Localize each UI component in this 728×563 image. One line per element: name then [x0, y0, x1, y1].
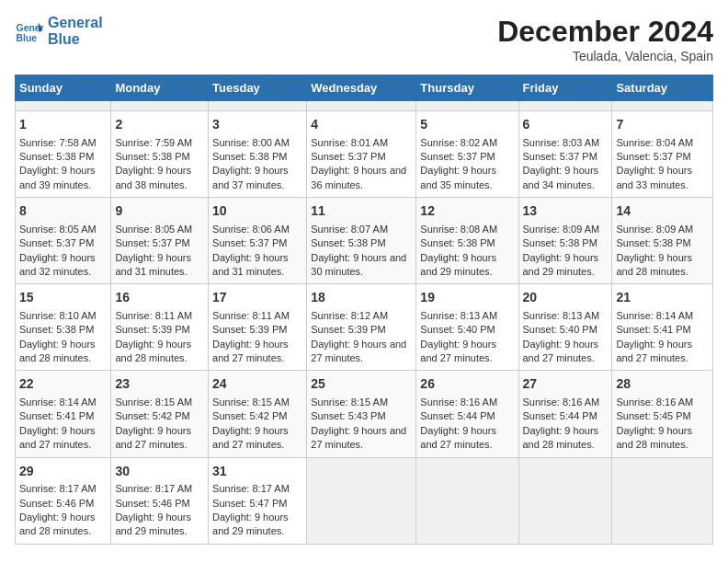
calendar-cell: 10Sunrise: 8:06 AM Sunset: 5:37 PM Dayli… — [209, 198, 307, 284]
column-header-saturday: Saturday — [612, 75, 713, 101]
day-info: Sunrise: 8:05 AM Sunset: 5:37 PM Dayligh… — [115, 223, 204, 280]
day-number: 8 — [19, 202, 107, 221]
day-number: 7 — [616, 116, 709, 134]
week-row-5: 29Sunrise: 8:17 AM Sunset: 5:46 PM Dayli… — [16, 457, 713, 544]
calendar-cell: 24Sunrise: 8:15 AM Sunset: 5:42 PM Dayli… — [209, 371, 307, 457]
calendar-cell — [307, 457, 416, 544]
calendar-cell — [518, 101, 612, 111]
calendar-cell — [518, 457, 612, 544]
day-info: Sunrise: 8:12 AM Sunset: 5:39 PM Dayligh… — [311, 309, 412, 366]
day-info: Sunrise: 8:16 AM Sunset: 5:44 PM Dayligh… — [523, 396, 609, 453]
day-info: Sunrise: 8:11 AM Sunset: 5:39 PM Dayligh… — [212, 309, 302, 366]
day-number: 12 — [420, 202, 514, 221]
day-info: Sunrise: 8:09 AM Sunset: 5:38 PM Dayligh… — [523, 223, 609, 280]
day-info: Sunrise: 8:15 AM Sunset: 5:43 PM Dayligh… — [311, 396, 412, 453]
day-number: 15 — [19, 289, 107, 307]
column-header-sunday: Sunday — [16, 75, 111, 101]
calendar-cell: 8Sunrise: 8:05 AM Sunset: 5:37 PM Daylig… — [16, 198, 111, 284]
calendar-cell: 26Sunrise: 8:16 AM Sunset: 5:44 PM Dayli… — [416, 371, 518, 457]
calendar-cell — [416, 101, 518, 111]
day-number: 30 — [115, 463, 204, 481]
calendar-cell: 17Sunrise: 8:11 AM Sunset: 5:39 PM Dayli… — [209, 284, 307, 371]
calendar-cell — [16, 101, 111, 111]
day-info: Sunrise: 8:10 AM Sunset: 5:38 PM Dayligh… — [19, 309, 107, 366]
day-number: 23 — [115, 375, 204, 394]
calendar-cell: 15Sunrise: 8:10 AM Sunset: 5:38 PM Dayli… — [16, 284, 111, 371]
day-info: Sunrise: 8:13 AM Sunset: 5:40 PM Dayligh… — [523, 309, 609, 366]
calendar-table: SundayMondayTuesdayWednesdayThursdayFrid… — [15, 75, 713, 545]
calendar-cell: 13Sunrise: 8:09 AM Sunset: 5:38 PM Dayli… — [518, 198, 612, 284]
day-info: Sunrise: 8:06 AM Sunset: 5:37 PM Dayligh… — [212, 223, 302, 280]
calendar-cell — [612, 101, 713, 111]
calendar-cell: 3Sunrise: 8:00 AM Sunset: 5:38 PM Daylig… — [209, 111, 307, 198]
day-info: Sunrise: 8:17 AM Sunset: 5:46 PM Dayligh… — [19, 482, 107, 539]
day-info: Sunrise: 8:05 AM Sunset: 5:37 PM Dayligh… — [19, 223, 107, 280]
page-header: General Blue General Blue December 2024 … — [15, 15, 713, 63]
calendar-cell: 31Sunrise: 8:17 AM Sunset: 5:47 PM Dayli… — [209, 457, 307, 544]
day-number: 20 — [523, 289, 609, 307]
day-info: Sunrise: 8:14 AM Sunset: 5:41 PM Dayligh… — [616, 309, 709, 366]
calendar-cell: 19Sunrise: 8:13 AM Sunset: 5:40 PM Dayli… — [416, 284, 518, 371]
calendar-cell: 25Sunrise: 8:15 AM Sunset: 5:43 PM Dayli… — [307, 371, 416, 457]
day-number: 22 — [19, 375, 107, 394]
day-info: Sunrise: 8:00 AM Sunset: 5:38 PM Dayligh… — [212, 136, 302, 193]
day-number: 2 — [115, 116, 204, 134]
column-header-monday: Monday — [111, 75, 209, 101]
calendar-cell: 21Sunrise: 8:14 AM Sunset: 5:41 PM Dayli… — [612, 284, 713, 371]
week-row-1: 1Sunrise: 7:58 AM Sunset: 5:38 PM Daylig… — [16, 111, 713, 198]
day-number: 16 — [115, 289, 204, 307]
logo-line1: General — [48, 15, 103, 31]
day-info: Sunrise: 8:17 AM Sunset: 5:46 PM Dayligh… — [115, 482, 204, 539]
day-number: 9 — [115, 202, 204, 221]
day-info: Sunrise: 8:17 AM Sunset: 5:47 PM Dayligh… — [212, 482, 302, 539]
column-header-wednesday: Wednesday — [307, 75, 416, 101]
day-info: Sunrise: 8:11 AM Sunset: 5:39 PM Dayligh… — [115, 309, 204, 366]
calendar-cell: 16Sunrise: 8:11 AM Sunset: 5:39 PM Dayli… — [111, 284, 209, 371]
day-number: 14 — [616, 202, 709, 221]
calendar-cell: 11Sunrise: 8:07 AM Sunset: 5:38 PM Dayli… — [307, 198, 416, 284]
calendar-cell: 22Sunrise: 8:14 AM Sunset: 5:41 PM Dayli… — [16, 371, 111, 457]
calendar-cell: 20Sunrise: 8:13 AM Sunset: 5:40 PM Dayli… — [518, 284, 612, 371]
day-number: 13 — [523, 202, 609, 221]
calendar-cell: 4Sunrise: 8:01 AM Sunset: 5:37 PM Daylig… — [307, 111, 416, 198]
calendar-cell: 28Sunrise: 8:16 AM Sunset: 5:45 PM Dayli… — [612, 371, 713, 457]
calendar-cell: 30Sunrise: 8:17 AM Sunset: 5:46 PM Dayli… — [111, 457, 209, 544]
day-info: Sunrise: 8:01 AM Sunset: 5:37 PM Dayligh… — [311, 136, 412, 193]
day-info: Sunrise: 8:15 AM Sunset: 5:42 PM Dayligh… — [115, 396, 204, 453]
week-row-3: 15Sunrise: 8:10 AM Sunset: 5:38 PM Dayli… — [16, 284, 713, 371]
day-number: 17 — [212, 289, 302, 307]
day-info: Sunrise: 8:16 AM Sunset: 5:45 PM Dayligh… — [616, 396, 709, 453]
logo-icon: General Blue — [15, 17, 44, 46]
day-number: 24 — [212, 375, 302, 394]
logo-line2: Blue — [48, 31, 103, 48]
day-number: 21 — [616, 289, 709, 307]
day-number: 5 — [420, 116, 514, 134]
calendar-cell: 1Sunrise: 7:58 AM Sunset: 5:38 PM Daylig… — [16, 111, 111, 198]
day-number: 3 — [212, 116, 302, 134]
day-number: 10 — [212, 202, 302, 221]
column-header-thursday: Thursday — [416, 75, 518, 101]
day-number: 25 — [311, 375, 412, 394]
calendar-cell: 23Sunrise: 8:15 AM Sunset: 5:42 PM Dayli… — [111, 371, 209, 457]
day-number: 27 — [523, 375, 609, 394]
day-number: 31 — [212, 463, 302, 481]
calendar-cell: 29Sunrise: 8:17 AM Sunset: 5:46 PM Dayli… — [16, 457, 111, 544]
column-header-friday: Friday — [518, 75, 612, 101]
day-info: Sunrise: 8:07 AM Sunset: 5:38 PM Dayligh… — [311, 223, 412, 280]
day-info: Sunrise: 7:58 AM Sunset: 5:38 PM Dayligh… — [19, 136, 107, 193]
week-row-2: 8Sunrise: 8:05 AM Sunset: 5:37 PM Daylig… — [16, 198, 713, 284]
day-info: Sunrise: 8:16 AM Sunset: 5:44 PM Dayligh… — [420, 396, 514, 453]
page-subtitle: Teulada, Valencia, Spain — [497, 49, 713, 63]
day-number: 6 — [523, 116, 609, 134]
day-info: Sunrise: 8:04 AM Sunset: 5:37 PM Dayligh… — [616, 136, 709, 193]
day-number: 1 — [19, 116, 107, 134]
calendar-cell: 14Sunrise: 8:09 AM Sunset: 5:38 PM Dayli… — [612, 198, 713, 284]
title-block: December 2024 Teulada, Valencia, Spain — [497, 15, 713, 63]
day-info: Sunrise: 8:03 AM Sunset: 5:37 PM Dayligh… — [523, 136, 609, 193]
logo: General Blue General Blue — [15, 15, 103, 47]
calendar-cell: 27Sunrise: 8:16 AM Sunset: 5:44 PM Dayli… — [518, 371, 612, 457]
calendar-cell: 7Sunrise: 8:04 AM Sunset: 5:37 PM Daylig… — [612, 111, 713, 198]
week-row-4: 22Sunrise: 8:14 AM Sunset: 5:41 PM Dayli… — [16, 371, 713, 457]
calendar-cell: 12Sunrise: 8:08 AM Sunset: 5:38 PM Dayli… — [416, 198, 518, 284]
calendar-cell: 6Sunrise: 8:03 AM Sunset: 5:37 PM Daylig… — [518, 111, 612, 198]
